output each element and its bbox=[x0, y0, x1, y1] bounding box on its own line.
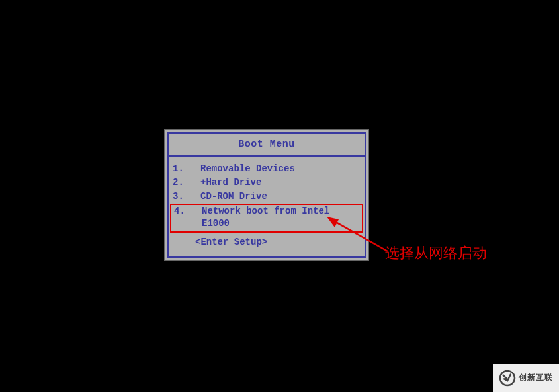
boot-item-hard-drive[interactable]: 2. +Hard Drive bbox=[169, 176, 365, 190]
boot-menu-items: 1. Removable Devices 2. +Hard Drive 3. C… bbox=[169, 157, 365, 256]
watermark-logo-icon bbox=[499, 370, 516, 387]
boot-item-number: 3. bbox=[173, 190, 200, 203]
boot-item-number: 4. bbox=[174, 205, 202, 230]
boot-menu-title: Boot Menu bbox=[169, 134, 365, 157]
boot-item-label: Removable Devices bbox=[200, 163, 361, 175]
boot-item-removable[interactable]: 1. Removable Devices bbox=[169, 162, 365, 176]
watermark-brand: 创新互联 bbox=[519, 372, 553, 383]
svg-point-2 bbox=[500, 371, 515, 385]
svg-line-3 bbox=[503, 375, 507, 379]
boot-item-network[interactable]: 4. Network boot from Intel E1000 bbox=[170, 204, 363, 233]
boot-item-label: CD-ROM Drive bbox=[200, 190, 361, 203]
boot-item-number: 2. bbox=[173, 176, 200, 189]
watermark: 创新互联 bbox=[493, 364, 559, 392]
enter-setup-option[interactable]: <Enter Setup> bbox=[169, 233, 365, 250]
boot-item-label: +Hard Drive bbox=[200, 176, 361, 189]
boot-item-label: Network boot from Intel E1000 bbox=[202, 205, 359, 230]
annotation-label: 选择从网络启动 bbox=[385, 243, 487, 263]
boot-item-number: 1. bbox=[173, 163, 200, 175]
boot-menu-inner: Boot Menu 1. Removable Devices 2. +Hard … bbox=[167, 132, 366, 258]
boot-item-cdrom[interactable]: 3. CD-ROM Drive bbox=[169, 190, 365, 204]
boot-menu-dialog: Boot Menu 1. Removable Devices 2. +Hard … bbox=[164, 129, 369, 261]
